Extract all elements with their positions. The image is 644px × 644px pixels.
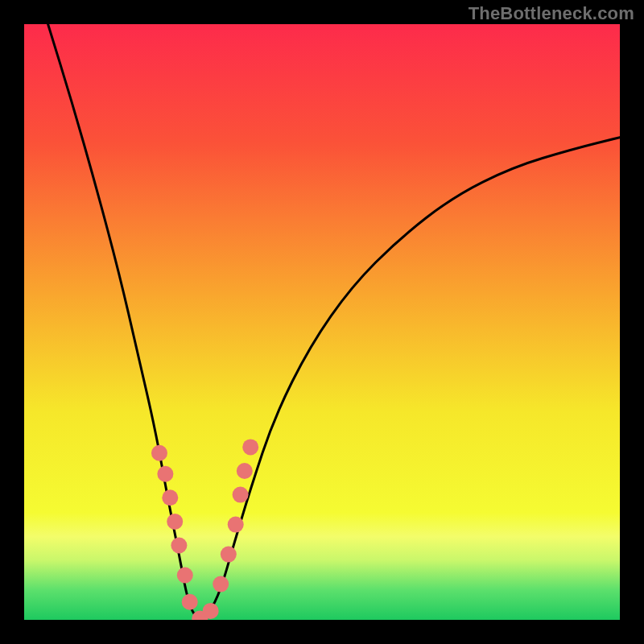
plot-area — [24, 24, 620, 620]
marker-dot — [157, 466, 173, 482]
watermark-text: TheBottleneck.com — [469, 3, 634, 24]
marker-dot — [233, 487, 249, 503]
marker-dot — [162, 489, 178, 506]
marker-dot — [171, 538, 187, 554]
marker-dot — [213, 576, 229, 592]
marker-dot — [167, 514, 183, 530]
marker-dot — [151, 445, 167, 461]
marker-dot — [237, 463, 253, 479]
marker-dot — [182, 594, 198, 610]
marker-dot — [203, 603, 219, 619]
chart-frame: TheBottleneck.com — [0, 0, 644, 644]
marker-dot — [221, 547, 237, 563]
marker-dot — [177, 568, 193, 584]
marker-dot — [228, 517, 244, 533]
curve-layer — [24, 24, 620, 620]
marker-dot — [242, 439, 258, 455]
